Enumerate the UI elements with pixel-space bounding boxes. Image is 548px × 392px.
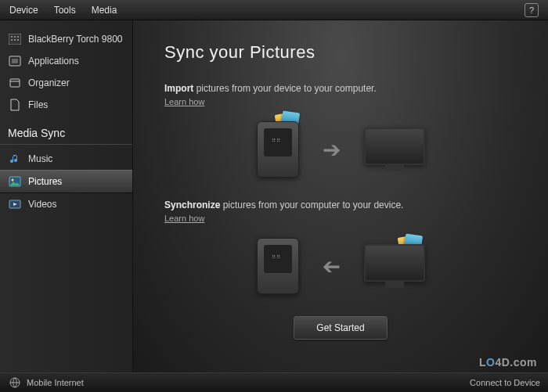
svg-point-1 (11, 36, 13, 38)
files-icon (8, 98, 22, 112)
svg-point-5 (14, 39, 16, 41)
sidebar-item-device[interactable]: BlackBerry Torch 9800 (0, 28, 132, 50)
sidebar-item-pictures[interactable]: Pictures (0, 170, 132, 193)
learn-how-sync-link[interactable]: Learn how (164, 214, 204, 223)
sidebar-item-applications[interactable]: Applications (0, 50, 132, 72)
mobile-internet-link[interactable]: Mobile Internet (27, 378, 84, 387)
sync-diagram: ⠿⠿ ➔ (164, 238, 517, 294)
globe-icon (8, 376, 22, 390)
organizer-icon (8, 76, 22, 90)
page-title: Sync your Pictures (164, 42, 517, 63)
statusbar: Mobile Internet Connect to Device (0, 372, 548, 392)
main-panel: Sync your Pictures Import pictures from … (133, 20, 548, 372)
svg-point-4 (11, 39, 13, 41)
arrow-right-icon: ➔ (323, 137, 341, 163)
svg-rect-9 (10, 79, 20, 87)
sidebar-item-label: Applications (28, 56, 79, 67)
sidebar: BlackBerry Torch 9800 Applications Organ… (0, 20, 133, 372)
sidebar-item-label: Pictures (28, 176, 62, 187)
sidebar-item-label: BlackBerry Torch 9800 (28, 34, 123, 45)
arrow-left-icon: ➔ (323, 254, 341, 279)
sidebar-item-music[interactable]: Music (0, 148, 132, 170)
sidebar-section-media-sync: Media Sync (0, 116, 132, 145)
menu-tools[interactable]: Tools (54, 5, 76, 16)
import-diagram: ⠿⠿ ➔ (164, 121, 517, 178)
sidebar-item-videos[interactable]: Videos (0, 193, 132, 215)
sync-description: Synchronize pictures from your computer … (164, 200, 517, 224)
learn-how-import-link[interactable]: Learn how (164, 97, 204, 106)
sidebar-item-organizer[interactable]: Organizer (0, 72, 132, 94)
svg-point-3 (17, 36, 19, 38)
computer-icon (364, 128, 425, 171)
sidebar-item-files[interactable]: Files (0, 94, 132, 116)
import-description: Import pictures from your device to your… (164, 83, 517, 107)
computer-icon (364, 244, 425, 288)
music-icon (8, 152, 22, 166)
sidebar-item-label: Videos (28, 199, 56, 210)
svg-point-6 (17, 39, 19, 41)
sidebar-item-label: Files (28, 99, 48, 110)
menubar: Device Tools Media ? (0, 0, 548, 20)
help-icon[interactable]: ? (525, 3, 539, 17)
watermark: LO4D.com (479, 356, 537, 369)
svg-point-2 (14, 36, 16, 38)
menu-device[interactable]: Device (9, 5, 38, 16)
device-icon: ⠿⠿ (257, 121, 299, 178)
svg-point-12 (12, 179, 14, 182)
svg-rect-8 (12, 59, 18, 63)
applications-icon (8, 54, 22, 68)
videos-icon (8, 197, 22, 211)
get-started-button[interactable]: Get Started (294, 316, 387, 340)
sidebar-item-label: Music (28, 153, 52, 164)
blackberry-icon (8, 32, 22, 46)
connect-to-device-link[interactable]: Connect to Device (470, 378, 540, 387)
menu-media[interactable]: Media (92, 5, 117, 16)
sidebar-item-label: Organizer (28, 77, 70, 88)
device-icon: ⠿⠿ (257, 238, 299, 294)
pictures-icon (8, 174, 22, 189)
